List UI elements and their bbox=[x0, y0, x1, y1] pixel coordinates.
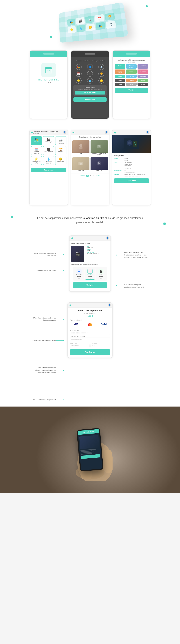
pay-annot-cta-retour-text: CTA : retour présent sur tous les écrans… bbox=[32, 317, 56, 321]
page-3[interactable]: 3 bbox=[92, 175, 94, 177]
criteria-cell-pays[interactable]: 🏔️ PAYS D'ORIGINE bbox=[55, 136, 66, 145]
result-img-lala bbox=[72, 157, 90, 170]
result-card-lala[interactable]: LA LA LAND bbox=[72, 157, 90, 172]
acteur-cell-label: ACTEUR(S) bbox=[45, 141, 52, 142]
pay-spacer-3 bbox=[4, 349, 64, 360]
criteria-icon-7: ⭐ bbox=[74, 78, 84, 84]
platform-alloc[interactable]: 🎬 Allocine 3,99 € 24h bbox=[96, 269, 106, 279]
louer-film-btn[interactable]: Louer le film bbox=[114, 178, 149, 183]
card-number-field: N° DE CARTE : XXXX XXXX XXXX XXXX bbox=[70, 330, 110, 335]
result-card-whiplash[interactable]: WHIPLASH bbox=[90, 157, 108, 172]
criteria-bar-title: Choisissez un/plusieurs critère(s) de sé… bbox=[33, 131, 63, 134]
genre-drame[interactable]: Drame bbox=[126, 70, 136, 74]
criteria-cell-emotions[interactable]: 😊 ÉMOTIONS bbox=[55, 156, 66, 165]
director-row: RÉALISÉ PAR : IRADAMIEN CHAZELLE bbox=[114, 170, 149, 173]
genre-romant[interactable]: Romant bbox=[126, 75, 136, 78]
valider-genre-btn[interactable]: Valider bbox=[115, 88, 148, 93]
page-1[interactable]: 1 bbox=[86, 175, 88, 177]
google-play-name: Google Play bbox=[76, 274, 82, 275]
visa-btn[interactable]: VISA bbox=[70, 322, 82, 328]
confirmer-btn[interactable]: Confirmer bbox=[70, 349, 110, 356]
platform-google[interactable]: ▶ Google Play 3,99 € 24h bbox=[74, 269, 84, 279]
platform-area: ▶ Google Play 3,99 € 24h ♪ Itunes Store … bbox=[73, 267, 107, 281]
cast-value: J.K. SIMMONSMILES TELLERPAUL REISER bbox=[124, 162, 132, 167]
payment-validation-section: CTA : retour présent sur tous les écrans… bbox=[0, 297, 180, 406]
result-card-her[interactable]: HER bbox=[72, 140, 90, 156]
prev-page-btn[interactable]: ◀ PREC. bbox=[79, 175, 86, 177]
criteria-cell-critique[interactable]: ⭐ CRITIQUE ET NOTE bbox=[31, 156, 42, 165]
intro-screens-section: ✂ THE PERFECT FILM ★ ★ ★ Choisissez un/p… bbox=[0, 45, 180, 124]
paypal-btn[interactable]: PayPal bbox=[98, 322, 110, 328]
criteria-cell-date[interactable]: 🗓️ DATE DE SORTIE bbox=[31, 146, 42, 155]
spacer-top bbox=[4, 239, 64, 250]
pas-du-site-sub: Choisissez un/plusieurs critère(s) de sé… bbox=[75, 89, 105, 90]
results-grid: HER LE BON, LA BRUTE ET LE TRUAND LA LA … bbox=[71, 139, 109, 173]
spacer-mid bbox=[4, 260, 64, 267]
card-number-input[interactable]: XXXX XXXX XXXX XXXX bbox=[70, 331, 110, 335]
genre-fantast[interactable]: Fantast bbox=[138, 79, 148, 82]
criteria-cell-jauge[interactable]: 💧 JAUGE DE SÉANCE bbox=[43, 156, 54, 165]
criteria-icon-8: 💧 bbox=[85, 78, 95, 84]
svg-point-0 bbox=[80, 144, 82, 147]
phone-in-hand-container: The Perfect Film bbox=[78, 429, 102, 470]
genre-policier[interactable]: Policier bbox=[115, 83, 125, 86]
pay-annot-recap-text: Récapitulatif du montant à payer bbox=[32, 339, 56, 342]
rental-valider-btn[interactable]: Valider bbox=[73, 282, 107, 288]
results-back-arrow[interactable]: ◀ bbox=[72, 131, 74, 134]
rechercher-btn[interactable]: Rechercher bbox=[74, 98, 106, 102]
pays-cell-icon: 🏔️ bbox=[59, 138, 63, 141]
mastercard-btn[interactable] bbox=[84, 322, 96, 328]
genre-scifi[interactable]: Science Fiction bbox=[126, 64, 136, 68]
rental-back-arrow[interactable]: ◀ bbox=[71, 236, 73, 240]
description-section: Le but de l'application est d'amener ver… bbox=[0, 211, 180, 230]
payment-back-arrow[interactable]: ◀ bbox=[69, 304, 71, 306]
film-value: WHIPLASH bbox=[87, 247, 109, 248]
results-header-text: Résultats de votre recherche : bbox=[71, 135, 109, 139]
genre-docs[interactable]: Docs bbox=[126, 83, 136, 86]
genre-adventure[interactable]: Adventure bbox=[138, 64, 148, 68]
logo-subtitle: ★ ★ ★ bbox=[46, 82, 51, 83]
payment-methods-row: VISA PayPal bbox=[70, 322, 110, 328]
film-info-row: 🎬 FILM : WHIPLASH DURÉE : 1H48 RÉALISÉ P… bbox=[71, 246, 109, 262]
criteria-cell-realise[interactable]: 🎥 RÉALISÉ PAR bbox=[43, 146, 54, 155]
desc-text-bold: location du film bbox=[86, 216, 104, 220]
genre-historique[interactable]: Historique et Biopic bbox=[115, 70, 125, 74]
genre-thriller[interactable]: Thriller bbox=[115, 79, 125, 82]
ok-confirm-btn[interactable]: OK, JE CONFIRME bbox=[75, 91, 105, 94]
back-arrow-icon[interactable]: ◀ bbox=[31, 131, 33, 134]
logo-title: THE PERFECT FILM bbox=[38, 79, 60, 81]
alloc-duration: 24h bbox=[100, 278, 102, 279]
desc-dot-2 bbox=[164, 222, 166, 225]
genre-comedie[interactable]: Coméd bbox=[115, 64, 125, 68]
whiplash-back-arrow[interactable]: ◀ bbox=[114, 131, 116, 134]
pay-annot-line-cta-retour bbox=[56, 319, 63, 319]
google-play-icon: ▶ bbox=[76, 269, 82, 274]
platform-itunes[interactable]: ♪ Itunes Store 4,99 € 72H bbox=[84, 268, 96, 280]
genre-autres[interactable]: Autres bbox=[138, 83, 148, 86]
genre-animation[interactable]: Film d'anim. bbox=[138, 75, 148, 78]
genre-musical[interactable]: Musical bbox=[115, 75, 125, 78]
criteria-cell-acteur[interactable]: 🎬 ACTEUR(S) bbox=[43, 136, 54, 145]
payment-annotations-left: CTA : retour présent sur tous les écrans… bbox=[4, 302, 64, 401]
expiry-input[interactable]: MM / AAAA bbox=[70, 344, 90, 348]
criteria-circle-2: 👥 bbox=[87, 64, 93, 70]
hero-section: 🎭 🎬 🏔️ 📅 🏆 ⭐ 💧 😊 🎭 🎵 bbox=[0, 0, 180, 45]
holder-input[interactable]: PRÉNOM NOM bbox=[70, 338, 110, 341]
next-page-btn[interactable]: SUIV. ▶ bbox=[95, 175, 101, 177]
director-label: RÉALISÉ PAR : bbox=[114, 170, 123, 173]
page-2[interactable]: 2 bbox=[89, 175, 92, 177]
pay-spacer-2 bbox=[4, 328, 64, 332]
genre-horreur[interactable]: Horreur bbox=[126, 79, 136, 82]
criteria-circle-3: 🏔️ bbox=[98, 64, 104, 70]
phone-notch-2 bbox=[84, 53, 96, 54]
screens4-section: ◀ Choisissez un/plusieurs critère(s) de … bbox=[0, 124, 180, 211]
google-play-duration: 24h bbox=[78, 278, 80, 279]
criteria-cell-awards[interactable]: 🏆 AWARDS bbox=[55, 146, 66, 155]
genre-romantik[interactable]: Romantik bbox=[138, 70, 148, 74]
hero-phone-mockup: 🎭 🎬 🏔️ 📅 🏆 ⭐ 💧 😊 🎭 🎵 bbox=[59, 2, 128, 43]
criteria-cell-genre[interactable]: 🎭 GENRE bbox=[31, 136, 42, 145]
result-card-cow[interactable]: LE BON, LA BRUTE ET LE TRUAND bbox=[90, 140, 108, 156]
criteria-icon-3: 🏔️ bbox=[96, 64, 106, 70]
rechercher-btn-2[interactable]: Rechercher bbox=[31, 168, 66, 172]
cvv-input[interactable]: XXXX bbox=[90, 344, 110, 348]
